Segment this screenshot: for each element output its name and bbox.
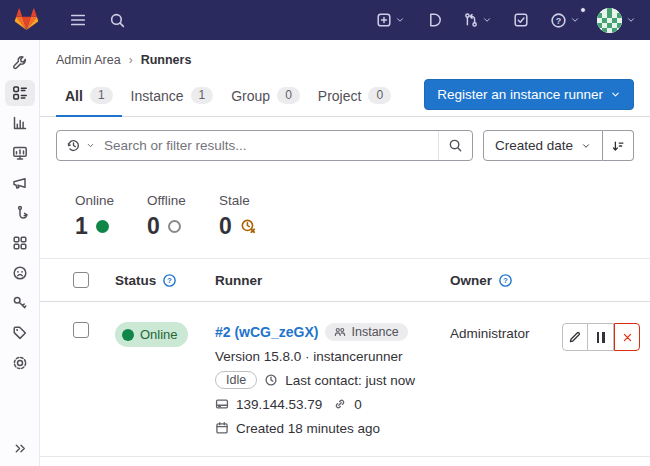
- runner-last-contact: Last contact: just now: [285, 373, 415, 388]
- gitlab-logo-icon[interactable]: [14, 6, 39, 35]
- register-instance-runner-button[interactable]: Register an instance runner: [424, 79, 634, 110]
- runner-name-link[interactable]: #2 (wCG_zeGX): [215, 324, 318, 340]
- tab-project[interactable]: Project 0: [309, 73, 400, 117]
- stat-online-value: 1: [75, 215, 88, 238]
- tab-project-label: Project: [318, 88, 362, 104]
- sort-direction-button[interactable]: [603, 130, 634, 161]
- sidebar-item-system-hooks[interactable]: [5, 200, 35, 226]
- stat-stale-label: Stale: [219, 193, 265, 208]
- tab-instance[interactable]: Instance 1: [122, 73, 223, 117]
- search-submit-icon[interactable]: [438, 131, 472, 160]
- chevron-down-icon: [482, 15, 492, 25]
- header-runner: Runner: [215, 273, 262, 288]
- edit-runner-button[interactable]: [562, 323, 588, 351]
- runner-owner: Administrator: [450, 322, 540, 341]
- breadcrumb-runners: Runners: [141, 53, 192, 67]
- tab-group-count: 0: [277, 87, 300, 104]
- select-all-checkbox[interactable]: [73, 272, 89, 288]
- runner-created: Created 18 minutes ago: [236, 421, 380, 436]
- runner-table-row: Online #2 (wCG_zeGX) Instance Version 15…: [40, 302, 650, 457]
- sort-descending-icon: [611, 139, 625, 153]
- tab-project-count: 0: [368, 87, 391, 104]
- sort-controls: Created date: [483, 130, 634, 161]
- chevron-down-icon: [570, 15, 580, 25]
- runner-link-count: 0: [354, 397, 362, 412]
- new-menu-button[interactable]: [372, 8, 409, 32]
- runner-tabs-row: All 1 Instance 1 Group 0 Project 0: [40, 73, 650, 117]
- header-status: Status: [115, 273, 156, 288]
- tab-all[interactable]: All 1: [56, 73, 122, 117]
- status-offline-icon: [168, 220, 181, 233]
- runner-idle-badge: Idle: [215, 371, 257, 389]
- runner-type-label: Instance: [351, 325, 398, 339]
- search-history-dropdown[interactable]: [57, 131, 104, 160]
- pause-runner-button[interactable]: [588, 323, 614, 351]
- stat-online-label: Online: [75, 193, 121, 208]
- runners-table-header: Status ? Runner Owner ?: [40, 258, 650, 302]
- users-icon: [334, 326, 346, 338]
- help-menu-button[interactable]: ?: [546, 8, 584, 33]
- admin-sidebar: [0, 40, 40, 466]
- runner-ip-address: 139.144.53.79: [236, 397, 322, 412]
- sort-by-dropdown[interactable]: Created date: [483, 130, 603, 161]
- sidebar-item-overview[interactable]: [5, 80, 35, 106]
- status-help-icon[interactable]: ?: [162, 273, 177, 288]
- sidebar-item-deploy-keys[interactable]: [5, 290, 35, 316]
- breadcrumb-admin-area[interactable]: Admin Area: [56, 53, 121, 67]
- link-icon: [333, 397, 347, 411]
- sidebar-item-applications[interactable]: [5, 230, 35, 256]
- search-filter-box: [56, 130, 473, 161]
- stat-offline-value: 0: [147, 215, 160, 238]
- status-stale-icon: [240, 218, 257, 235]
- sidebar-item-monitoring[interactable]: [5, 140, 35, 166]
- filter-row: Created date: [40, 117, 650, 173]
- sidebar-item-analytics[interactable]: [5, 110, 35, 136]
- chevron-down-icon: [86, 141, 95, 150]
- disk-icon: [215, 397, 229, 411]
- issues-icon[interactable]: [422, 8, 446, 32]
- sidebar-item-messages[interactable]: [5, 170, 35, 196]
- stat-offline-label: Offline: [147, 193, 193, 208]
- delete-runner-button[interactable]: [614, 323, 640, 351]
- sidebar-item-labels[interactable]: [5, 320, 35, 346]
- runner-status-badge: Online: [115, 322, 188, 347]
- tab-instance-count: 1: [191, 87, 214, 104]
- notification-dot: [580, 7, 586, 13]
- runner-tabs: All 1 Instance 1 Group 0 Project 0: [56, 73, 400, 116]
- search-icon[interactable]: [105, 8, 130, 33]
- pause-icon: [597, 332, 605, 343]
- search-input[interactable]: [104, 131, 438, 160]
- owner-help-icon[interactable]: ?: [498, 273, 513, 288]
- tab-group[interactable]: Group 0: [222, 73, 309, 117]
- runner-status-stats: Online 1 Offline 0 Stale 0: [40, 173, 650, 258]
- sidebar-item-abuse-reports[interactable]: [5, 260, 35, 286]
- stat-online: Online 1: [75, 193, 121, 238]
- sidebar-admin-wrench-icon[interactable]: [5, 50, 35, 76]
- clock-icon: [264, 373, 278, 387]
- pencil-icon: [568, 330, 582, 344]
- sidebar-collapse-icon[interactable]: [0, 441, 40, 456]
- register-button-label: Register an instance runner: [437, 87, 603, 102]
- chevron-down-icon: [581, 141, 591, 151]
- stat-offline: Offline 0: [147, 193, 193, 238]
- sort-by-label: Created date: [495, 138, 573, 153]
- breadcrumb: Admin Area › Runners: [40, 40, 650, 73]
- chevron-down-icon: [395, 15, 405, 25]
- tab-instance-label: Instance: [131, 88, 184, 104]
- stat-stale-value: 0: [219, 215, 232, 238]
- runner-status-text: Online: [140, 327, 178, 342]
- runner-type-badge: Instance: [325, 323, 407, 341]
- sidebar-item-settings[interactable]: [5, 350, 35, 376]
- breadcrumb-separator-icon: ›: [129, 53, 133, 67]
- todos-icon[interactable]: [509, 8, 533, 32]
- hamburger-menu-icon[interactable]: [65, 7, 91, 33]
- tab-group-label: Group: [231, 88, 270, 104]
- user-avatar-button[interactable]: [597, 8, 636, 33]
- stat-stale: Stale 0: [219, 193, 265, 238]
- tab-all-label: All: [65, 88, 83, 104]
- close-x-icon: [621, 331, 634, 344]
- gitlab-admin-runners-page: ?: [0, 0, 650, 466]
- merge-requests-button[interactable]: [459, 8, 496, 32]
- row-checkbox[interactable]: [73, 322, 89, 338]
- header-owner: Owner: [450, 273, 492, 288]
